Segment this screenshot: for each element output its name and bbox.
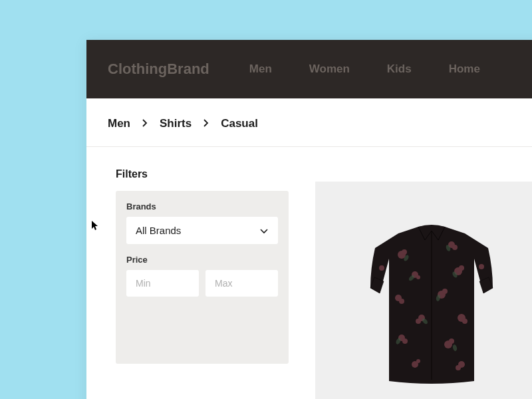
product-image xyxy=(352,215,511,388)
price-max-input[interactable] xyxy=(205,270,278,297)
svg-point-18 xyxy=(402,338,408,344)
svg-point-2 xyxy=(402,249,407,255)
chevron-down-icon xyxy=(259,226,269,235)
svg-point-20 xyxy=(449,338,454,344)
nav-link-home[interactable]: Home xyxy=(449,63,480,76)
price-label: Price xyxy=(126,255,278,265)
brands-dropdown[interactable]: All Brands xyxy=(126,217,278,244)
cursor-icon xyxy=(92,221,100,231)
brand-logo[interactable]: ClothingBrand xyxy=(108,61,209,78)
brands-label: Brands xyxy=(126,201,278,211)
svg-point-6 xyxy=(416,275,420,279)
filters-box: Brands All Brands Price xyxy=(116,191,289,364)
chevron-right-icon xyxy=(142,118,148,129)
breadcrumb-item-shirts[interactable]: Shirts xyxy=(160,117,192,130)
svg-point-14 xyxy=(416,319,421,324)
nav-link-men[interactable]: Men xyxy=(249,63,272,76)
svg-point-22 xyxy=(416,359,420,363)
svg-point-12 xyxy=(442,289,448,294)
price-inputs xyxy=(126,270,278,297)
filters-panel: Filters Brands All Brands Price xyxy=(116,168,289,399)
chevron-right-icon xyxy=(203,118,209,129)
svg-point-4 xyxy=(452,245,458,250)
nav-link-women[interactable]: Women xyxy=(309,63,350,76)
price-min-input[interactable] xyxy=(126,270,199,297)
svg-point-24 xyxy=(456,365,461,370)
content-area: Filters Brands All Brands Price xyxy=(86,147,532,399)
brands-selected-text: All Brands xyxy=(136,225,181,236)
page-container: ClothingBrand Men Women Kids Home Men Sh… xyxy=(86,40,532,399)
svg-point-8 xyxy=(459,265,464,271)
breadcrumb: Men Shirts Casual xyxy=(86,98,532,147)
filters-title: Filters xyxy=(116,168,289,180)
svg-point-10 xyxy=(399,299,404,304)
nav-links: Men Women Kids Home xyxy=(249,63,480,76)
svg-point-25 xyxy=(379,265,384,271)
nav-link-kids[interactable]: Kids xyxy=(387,63,412,76)
site-header: ClothingBrand Men Women Kids Home xyxy=(86,40,532,98)
product-card[interactable] xyxy=(315,182,532,399)
breadcrumb-item-casual[interactable]: Casual xyxy=(221,117,258,130)
product-grid xyxy=(315,182,532,399)
breadcrumb-item-men[interactable]: Men xyxy=(108,117,130,130)
svg-point-26 xyxy=(479,264,484,269)
svg-point-16 xyxy=(462,319,467,324)
